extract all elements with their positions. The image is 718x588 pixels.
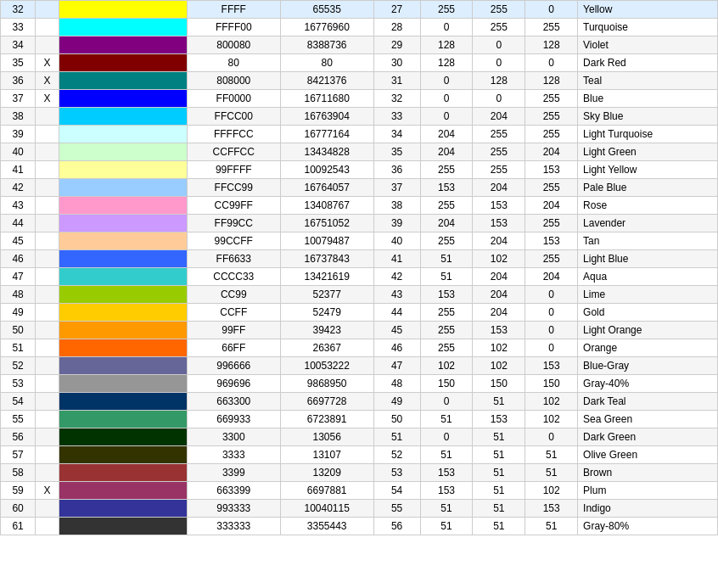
red-value: 204 xyxy=(420,215,473,232)
blue-value: 153 xyxy=(525,161,578,179)
index-value: 56 xyxy=(373,518,420,535)
color-swatch-cell xyxy=(59,54,187,72)
hex-value: 669933 xyxy=(187,411,280,428)
color-name: Light Green xyxy=(578,143,718,161)
hex-value: 969696 xyxy=(187,375,280,393)
row-number: 56 xyxy=(1,428,36,446)
decimal-value: 3355443 xyxy=(280,518,373,535)
table-row: 33 FFFF00 16776960 28 0 255 255 Turquois… xyxy=(1,19,718,36)
color-swatch xyxy=(59,339,187,356)
color-swatch-cell xyxy=(59,304,187,322)
row-number: 33 xyxy=(1,19,36,36)
green-value: 51 xyxy=(473,428,525,446)
flag-cell xyxy=(36,197,59,215)
index-value: 27 xyxy=(373,1,420,19)
table-row: 52 996666 10053222 47 102 102 153 Blue-G… xyxy=(1,357,718,375)
color-swatch-cell xyxy=(59,143,187,161)
table-row: 59 X 663399 6697881 54 153 51 102 Plum xyxy=(1,482,718,500)
color-name: Gold xyxy=(578,304,718,322)
row-number: 41 xyxy=(1,161,36,179)
blue-value: 51 xyxy=(525,446,578,464)
color-swatch-cell xyxy=(59,446,187,464)
red-value: 102 xyxy=(420,357,473,375)
row-number: 36 xyxy=(1,72,36,90)
hex-value: 3300 xyxy=(187,428,280,446)
color-swatch xyxy=(59,90,187,107)
table-row: 48 CC99 52377 43 153 204 0 Lime xyxy=(1,286,718,304)
row-number: 45 xyxy=(1,232,36,250)
hex-value: CC99 xyxy=(187,286,280,304)
index-value: 37 xyxy=(373,179,420,197)
color-name: Sea Green xyxy=(578,411,718,428)
green-value: 102 xyxy=(473,357,525,375)
green-value: 255 xyxy=(473,161,525,179)
flag-cell xyxy=(36,357,59,375)
hex-value: 993333 xyxy=(187,500,280,518)
blue-value: 204 xyxy=(525,143,578,161)
color-swatch xyxy=(59,286,187,303)
color-name: Rose xyxy=(578,197,718,215)
red-value: 128 xyxy=(420,36,473,54)
table-row: 32 FFFF 65535 27 255 255 0 Yellow xyxy=(1,1,718,19)
index-value: 34 xyxy=(373,126,420,143)
index-value: 28 xyxy=(373,19,420,36)
flag-cell xyxy=(36,161,59,179)
decimal-value: 13434828 xyxy=(280,143,373,161)
color-swatch xyxy=(59,161,187,178)
color-swatch-cell xyxy=(59,393,187,411)
decimal-value: 16764057 xyxy=(280,179,373,197)
index-value: 48 xyxy=(373,375,420,393)
red-value: 51 xyxy=(420,446,473,464)
green-value: 51 xyxy=(473,446,525,464)
flag-cell: X xyxy=(36,72,59,90)
index-value: 33 xyxy=(373,108,420,126)
decimal-value: 10079487 xyxy=(280,232,373,250)
green-value: 102 xyxy=(473,339,525,357)
blue-value: 153 xyxy=(525,232,578,250)
flag-cell: X xyxy=(36,482,59,500)
flag-cell xyxy=(36,446,59,464)
color-swatch-cell xyxy=(59,518,187,535)
blue-value: 102 xyxy=(525,411,578,428)
red-value: 255 xyxy=(420,1,473,19)
hex-value: 996666 xyxy=(187,357,280,375)
flag-cell xyxy=(36,393,59,411)
decimal-value: 16737843 xyxy=(280,250,373,268)
color-swatch-cell xyxy=(59,161,187,179)
color-swatch xyxy=(59,250,187,267)
green-value: 153 xyxy=(473,197,525,215)
row-number: 59 xyxy=(1,482,36,500)
blue-value: 128 xyxy=(525,72,578,90)
color-name: Dark Red xyxy=(578,54,718,72)
index-value: 55 xyxy=(373,500,420,518)
color-swatch xyxy=(59,357,187,374)
decimal-value: 52377 xyxy=(280,286,373,304)
index-value: 42 xyxy=(373,268,420,286)
table-row: 37 X FF0000 16711680 32 0 0 255 Blue xyxy=(1,90,718,108)
color-name: Dark Teal xyxy=(578,393,718,411)
color-swatch xyxy=(59,304,187,321)
color-name: Light Orange xyxy=(578,322,718,339)
color-swatch xyxy=(59,375,187,392)
color-swatch-cell xyxy=(59,411,187,428)
color-name: Sky Blue xyxy=(578,108,718,126)
decimal-value: 52479 xyxy=(280,304,373,322)
color-swatch-cell xyxy=(59,19,187,36)
decimal-value: 16763904 xyxy=(280,108,373,126)
color-swatch-cell xyxy=(59,72,187,90)
red-value: 51 xyxy=(420,500,473,518)
color-swatch xyxy=(59,36,187,53)
color-swatch-cell xyxy=(59,500,187,518)
color-swatch-cell xyxy=(59,1,187,19)
color-name: Light Turquoise xyxy=(578,126,718,143)
red-value: 51 xyxy=(420,411,473,428)
color-name: Turquoise xyxy=(578,19,718,36)
red-value: 0 xyxy=(420,393,473,411)
green-value: 255 xyxy=(473,143,525,161)
table-row: 51 66FF 26367 46 255 102 0 Orange xyxy=(1,339,718,357)
color-name: Gray-40% xyxy=(578,375,718,393)
color-swatch xyxy=(59,215,187,232)
hex-value: FFFF xyxy=(187,1,280,19)
decimal-value: 65535 xyxy=(280,1,373,19)
table-row: 47 CCCC33 13421619 42 51 204 204 Aqua xyxy=(1,268,718,286)
